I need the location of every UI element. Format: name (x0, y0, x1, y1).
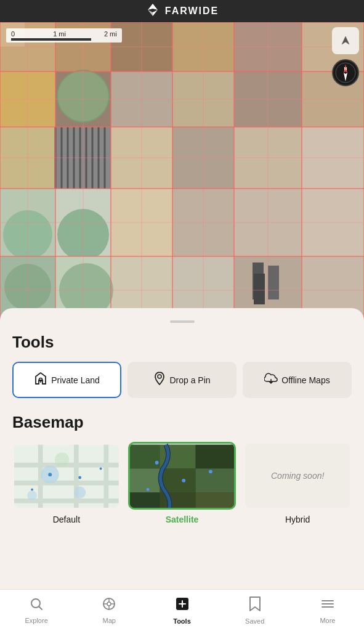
scale-bar: 0 1 mi 2 mi (6, 28, 122, 43)
scale-label-2: 2 mi (104, 30, 117, 38)
svg-rect-88 (74, 445, 79, 510)
svg-point-96 (31, 488, 33, 491)
basemap-satellite-label: Satellite (166, 515, 199, 524)
svg-point-80 (39, 378, 42, 381)
explore-icon (29, 596, 44, 615)
svg-rect-107 (195, 492, 234, 510)
svg-point-97 (100, 468, 102, 470)
scale-label-0: 0 (11, 30, 15, 38)
svg-rect-99 (130, 445, 160, 469)
app-header: FARWIDE (0, 0, 364, 22)
offline-maps-icon (264, 373, 278, 387)
private-land-icon (34, 372, 47, 388)
svg-point-109 (182, 479, 185, 482)
svg-point-94 (48, 473, 52, 476)
logo-icon (145, 4, 160, 19)
bottom-panel: Tools Private Land (0, 308, 364, 589)
svg-point-92 (27, 491, 37, 500)
svg-point-123 (181, 603, 184, 605)
map-icon (102, 596, 116, 615)
basemap-hybrid-label: Hybrid (285, 515, 310, 524)
basemap-default-thumb (12, 442, 121, 510)
svg-marker-2 (153, 10, 158, 16)
tools-icon (174, 596, 190, 616)
more-label: More (320, 617, 335, 624)
svg-point-110 (209, 470, 212, 473)
bottom-navigation: Explore Map Tools (0, 589, 364, 631)
svg-text:N: N (344, 67, 347, 71)
basemap-section-title: Basemap (12, 413, 352, 432)
svg-line-113 (39, 607, 42, 610)
scale-label-1: 1 mi (53, 30, 66, 38)
more-icon (320, 596, 335, 615)
compass: N (332, 59, 359, 86)
drag-handle[interactable] (170, 320, 195, 323)
basemap-section: Basemap (12, 413, 352, 524)
drop-pin-label: Drop a Pin (169, 375, 210, 385)
basemap-options-row: Default (12, 442, 352, 524)
svg-marker-0 (148, 4, 158, 10)
app-name: FARWIDE (165, 6, 219, 17)
tools-buttons-row: Private Land Drop a Pin (12, 362, 352, 398)
explore-label: Explore (25, 617, 47, 624)
nav-item-map[interactable]: Map (73, 592, 145, 629)
svg-rect-102 (130, 468, 160, 492)
svg-point-115 (107, 602, 111, 606)
map-view[interactable]: 0 1 mi 2 mi N (0, 22, 364, 324)
nav-item-tools[interactable]: Tools (145, 591, 218, 630)
svg-rect-89 (103, 445, 108, 510)
basemap-default-label: Default (53, 515, 80, 524)
private-land-label: Private Land (51, 375, 100, 385)
tools-label: Tools (173, 617, 191, 625)
nav-item-explore[interactable]: Explore (0, 592, 73, 629)
svg-point-91 (74, 487, 86, 499)
saved-label: Saved (245, 617, 264, 625)
basemap-satellite[interactable]: Satellite (128, 442, 237, 524)
navigation-arrow-button[interactable] (332, 27, 359, 54)
drop-pin-button[interactable]: Drop a Pin (127, 362, 237, 398)
svg-rect-52 (254, 274, 265, 304)
basemap-hybrid[interactable]: Coming soon! Hybrid (243, 442, 352, 524)
scale-bar-line (11, 38, 91, 41)
svg-rect-104 (195, 468, 234, 492)
tools-section: Tools Private Land (12, 333, 352, 398)
svg-point-93 (55, 452, 69, 466)
private-land-button[interactable]: Private Land (12, 362, 121, 398)
map-label: Map (103, 617, 116, 624)
svg-point-95 (78, 476, 81, 479)
svg-point-111 (146, 488, 149, 491)
coming-soon-text: Coming soon! (245, 444, 350, 508)
svg-point-108 (155, 461, 158, 465)
svg-marker-1 (148, 10, 153, 16)
svg-rect-51 (268, 266, 279, 299)
basemap-satellite-thumb (128, 442, 237, 510)
tools-section-title: Tools (12, 333, 352, 352)
basemap-default[interactable]: Default (12, 442, 121, 524)
offline-maps-button[interactable]: Offline Maps (243, 362, 352, 398)
saved-icon (248, 596, 262, 616)
svg-rect-85 (14, 481, 119, 486)
svg-rect-105 (130, 492, 160, 510)
basemap-hybrid-thumb: Coming soon! (243, 442, 352, 510)
offline-maps-label: Offline Maps (281, 375, 330, 385)
svg-point-82 (158, 375, 161, 378)
nav-item-saved[interactable]: Saved (219, 591, 291, 630)
nav-item-more[interactable]: More (291, 592, 364, 629)
drop-pin-icon (153, 372, 166, 388)
svg-rect-101 (195, 445, 234, 469)
